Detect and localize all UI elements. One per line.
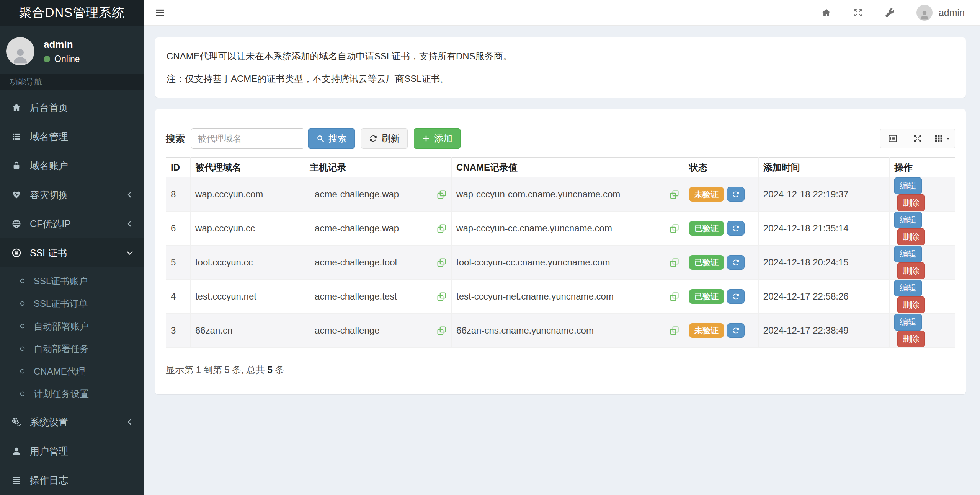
user-panel: admin Online xyxy=(0,26,144,74)
add-button[interactable]: 添加 xyxy=(414,128,461,149)
fullscreen-button[interactable] xyxy=(853,8,863,18)
sidebar-menu: 后台首页 域名管理 域名账户 容灾切换 CF优选IP SSL证书 xyxy=(0,90,144,495)
user-menu[interactable]: admin xyxy=(916,5,965,21)
detail-view-button[interactable] xyxy=(880,129,905,148)
copy-button[interactable] xyxy=(436,257,447,268)
status-refresh-button[interactable] xyxy=(727,289,745,304)
sidebar-item-cname-proxy[interactable]: CNAME代理 xyxy=(0,360,144,383)
copy-icon xyxy=(669,223,679,234)
home-icon xyxy=(10,103,23,112)
status-refresh-button[interactable] xyxy=(727,323,745,338)
table-row: 8 wap.cccyun.com _acme-challenge.wap wap… xyxy=(166,177,955,212)
sidebar-item-label: SSL证书账户 xyxy=(34,275,88,287)
heartbeat-icon xyxy=(10,190,23,200)
refresh-icon xyxy=(732,191,740,198)
sidebar-item-domain-accounts[interactable]: 域名账户 xyxy=(0,151,144,180)
edit-button[interactable]: 编辑 xyxy=(894,314,922,331)
edit-button[interactable]: 编辑 xyxy=(894,212,922,228)
edit-button[interactable]: 编辑 xyxy=(894,280,922,296)
sidebar-item-cron-settings[interactable]: 计划任务设置 xyxy=(0,383,144,405)
copy-button[interactable] xyxy=(436,326,447,336)
cell-time: 2024-12-17 22:58:26 xyxy=(758,280,889,314)
sidebar-item-label: 操作日志 xyxy=(30,474,68,487)
status-refresh-button[interactable] xyxy=(727,187,745,202)
refresh-icon xyxy=(732,259,740,266)
home-button[interactable] xyxy=(821,8,831,18)
sidebar-item-dashboard[interactable]: 后台首页 xyxy=(0,93,144,122)
user-status-label: Online xyxy=(54,54,80,64)
sidebar-item-label: 计划任务设置 xyxy=(34,388,89,400)
search-input[interactable] xyxy=(191,128,304,149)
ssl-lock-icon xyxy=(10,248,23,258)
info-card: CNAME代理可以让未在本系统添加的域名自动申请SSL证书，支持所有DNS服务商… xyxy=(155,37,966,98)
sidebar-item-failover[interactable]: 容灾切换 xyxy=(0,180,144,209)
copy-button[interactable] xyxy=(669,291,679,302)
cell-host: _acme-challenge.tool xyxy=(310,257,397,268)
sidebar-item-ssl-accounts[interactable]: SSL证书账户 xyxy=(0,270,144,292)
fullscreen-icon xyxy=(853,8,863,18)
copy-button[interactable] xyxy=(669,223,679,234)
cell-cname: tool-cccyun-cc.cname.yuncname.com xyxy=(456,257,610,268)
copy-button[interactable] xyxy=(669,326,679,336)
copy-button[interactable] xyxy=(669,189,679,200)
sidebar-item-cf-ip[interactable]: CF优选IP xyxy=(0,209,144,238)
sidebar-item-label: CNAME代理 xyxy=(34,365,85,378)
sidebar-item-domains[interactable]: 域名管理 xyxy=(0,122,144,151)
content: CNAME代理可以让未在本系统添加的域名自动申请SSL证书，支持所有DNS服务商… xyxy=(144,26,980,495)
delete-button[interactable]: 删除 xyxy=(897,194,925,211)
sidebar-item-ssl-orders[interactable]: SSL证书订单 xyxy=(0,292,144,315)
sidebar-item-deploy-accounts[interactable]: 自动部署账户 xyxy=(0,315,144,337)
sidebar-item-label: 用户管理 xyxy=(30,445,68,458)
edit-button[interactable]: 编辑 xyxy=(894,177,922,194)
edit-button[interactable]: 编辑 xyxy=(894,246,922,262)
user-silhouette-icon xyxy=(11,46,30,65)
copy-button[interactable] xyxy=(436,189,447,200)
refresh-icon xyxy=(369,134,377,143)
user-status: Online xyxy=(44,54,80,64)
status-refresh-button[interactable] xyxy=(727,255,745,270)
column-header-id: ID xyxy=(166,158,191,177)
cell-cname: 66zan-cns.cname.yuncname.com xyxy=(456,325,594,336)
column-header-status: 状态 xyxy=(684,158,759,177)
sidebar-item-system-settings[interactable]: 系统设置 xyxy=(0,407,144,436)
copy-button[interactable] xyxy=(669,257,679,268)
sidebar-item-deploy-tasks[interactable]: 自动部署任务 xyxy=(0,337,144,360)
sidebar-item-operation-logs[interactable]: 操作日志 xyxy=(0,466,144,495)
tools-button[interactable] xyxy=(885,8,895,18)
copy-button[interactable] xyxy=(436,223,447,234)
delete-button[interactable]: 删除 xyxy=(897,228,925,245)
columns-button[interactable] xyxy=(930,129,955,148)
sidebar-item-label: 域名账户 xyxy=(30,160,68,172)
status-badge: 未验证 xyxy=(689,323,724,338)
cell-time: 2024-12-18 22:19:37 xyxy=(758,177,889,212)
avatar xyxy=(6,37,34,65)
cell-domain: wap.cccyun.cc xyxy=(190,212,305,246)
copy-button[interactable] xyxy=(436,291,447,302)
app-logo[interactable]: 聚合DNS管理系统 xyxy=(0,0,144,26)
table-card: 搜索 搜索 刷新 添加 xyxy=(155,109,966,394)
cell-time: 2024-12-18 21:35:14 xyxy=(758,212,889,246)
copy-icon xyxy=(436,189,447,200)
table-row: 6 wap.cccyun.cc _acme-challenge.wap wap-… xyxy=(166,212,955,246)
delete-button[interactable]: 删除 xyxy=(897,331,925,347)
cname-proxy-table: ID 被代理域名 主机记录 CNAME记录值 状态 添加时间 操作 8 wap.… xyxy=(166,157,955,348)
column-header-actions: 操作 xyxy=(889,158,955,177)
table-fullscreen-button[interactable] xyxy=(905,129,930,148)
status-refresh-button[interactable] xyxy=(727,221,745,236)
sidebar-item-user-management[interactable]: 用户管理 xyxy=(0,436,144,466)
column-header-domain: 被代理域名 xyxy=(190,158,305,177)
cell-host: _acme-challenge.wap xyxy=(310,189,399,200)
sidebar-item-ssl[interactable]: SSL证书 xyxy=(0,238,144,267)
refresh-button[interactable]: 刷新 xyxy=(361,128,408,149)
search-button[interactable]: 搜索 xyxy=(308,128,355,149)
plus-icon xyxy=(422,134,430,143)
summary-suffix: 条 xyxy=(273,365,284,375)
home-icon xyxy=(821,8,831,18)
delete-button[interactable]: 删除 xyxy=(897,296,925,313)
delete-button[interactable]: 删除 xyxy=(897,262,925,279)
status-badge: 已验证 xyxy=(689,255,724,270)
sidebar-toggle-button[interactable] xyxy=(155,7,165,18)
user-icon xyxy=(10,446,23,456)
status-badge: 未验证 xyxy=(689,187,724,202)
columns-grid-icon xyxy=(934,134,943,143)
